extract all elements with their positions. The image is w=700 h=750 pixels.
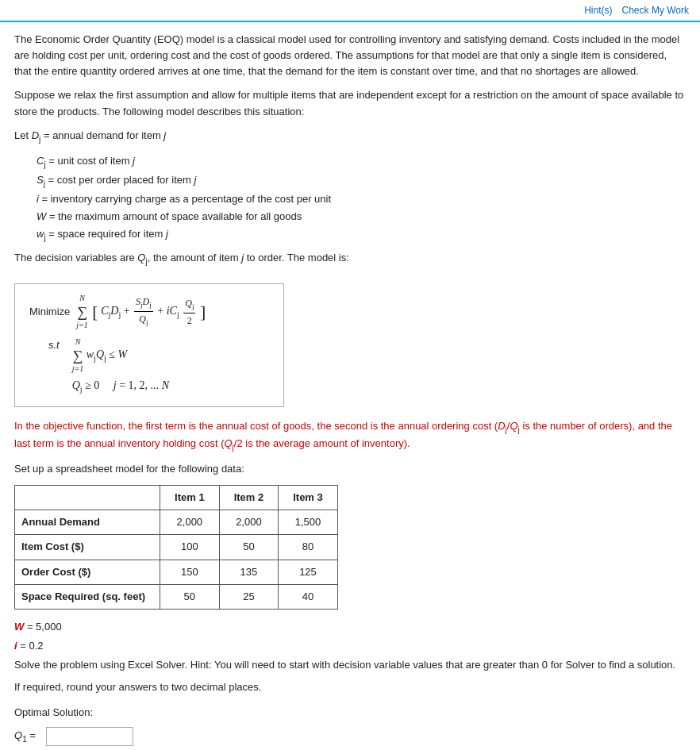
space-item2: 25: [219, 584, 279, 609]
let-dj-line: Let Dj = annual demand for item j: [14, 128, 686, 145]
table-header-row: Item 1 Item 2 Item 3: [15, 486, 338, 510]
order-cost-item2: 135: [219, 560, 279, 584]
row-label-order-cost: Order Cost ($): [15, 560, 160, 584]
annual-demand-item2: 2,000: [219, 510, 279, 535]
solve-text: Solve the problem using Excel Solver. Hi…: [14, 657, 686, 673]
optimal-section: Optimal Solution: Q1 = Q2 = Q3 =: [14, 705, 686, 750]
red-explanation: In the objective function, the first ter…: [14, 418, 686, 453]
objective-formula: N ∑ j=1 [ CjDj + SjDj Qj + iCj Qj 2: [76, 292, 206, 331]
table-row: Order Cost ($) 150 135 125: [15, 560, 338, 584]
decision-vars-text: The decision variables are Qj, the amoun…: [14, 250, 686, 267]
w-def: W = the maximum amount of space availabl…: [37, 209, 686, 225]
i-param: i = 0.2: [14, 638, 686, 654]
q1-input[interactable]: [46, 727, 133, 746]
q1-row: Q1 =: [14, 727, 686, 746]
item-cost-item3: 80: [279, 535, 338, 560]
constraints-section: s.t N ∑ j=1 wjQj ≤ W Qj ≥ 0: [48, 336, 269, 398]
annual-demand-item1: 2,000: [160, 510, 220, 535]
definitions-list: Cj = unit cost of item j Sj = cost per o…: [37, 153, 686, 244]
col-header-item1: Item 1: [160, 486, 220, 510]
check-work-link-top[interactable]: Check My Work: [622, 5, 689, 16]
col-header-item3: Item 3: [279, 486, 338, 510]
table-row: Annual Demand 2,000 2,000 1,500: [15, 510, 338, 535]
w-param: W = 5,000: [14, 619, 686, 635]
row-label-item-cost: Item Cost ($): [15, 535, 160, 560]
main-content: The Economic Order Quantity (EOQ) model …: [0, 22, 700, 750]
item-cost-item2: 50: [219, 535, 279, 560]
hint-text: Hint: You will need to start with decisi…: [190, 659, 675, 671]
intro-paragraph-1: The Economic Order Quantity (EOQ) model …: [14, 32, 686, 79]
space-item1: 50: [160, 584, 220, 609]
data-table: Item 1 Item 2 Item 3 Annual Demand 2,000…: [14, 485, 338, 610]
col-header-item2: Item 2: [219, 486, 279, 510]
cj-def: Cj = unit cost of item j: [37, 153, 686, 171]
model-box: Minimize N ∑ j=1 [ CjDj + SjDj Qj + iCj: [14, 283, 284, 406]
top-bar: Hint(s) Check My Work: [0, 0, 700, 22]
setup-text: Set up a spreadsheet model for the follo…: [14, 461, 686, 477]
col-header-blank: [15, 486, 160, 510]
let-text: Let Dj = annual demand for item j: [14, 129, 166, 141]
i-def: i = inventory carrying charge as a perce…: [37, 191, 686, 207]
row-label-space: Space Required (sq. feet): [15, 584, 160, 609]
space-item3: 40: [279, 584, 338, 609]
round-note: If required, round your answers to two d…: [14, 679, 686, 695]
item-cost-item1: 100: [160, 535, 220, 560]
constraint-2: Qj ≥ 0 j = 1, 2, ... N: [72, 377, 169, 395]
hints-link-top[interactable]: Hint(s): [584, 5, 612, 16]
sj-def: Sj = cost per order placed for item j: [37, 172, 686, 190]
table-row: Item Cost ($) 100 50 80: [15, 535, 338, 560]
order-cost-item3: 125: [279, 560, 338, 584]
constraint-1: N ∑ j=1 wjQj ≤ W: [72, 336, 169, 375]
annual-demand-item3: 1,500: [279, 510, 338, 535]
order-cost-item1: 150: [160, 560, 220, 584]
row-label-annual-demand: Annual Demand: [15, 510, 160, 535]
table-row: Space Required (sq. feet) 50 25 40: [15, 584, 338, 609]
q1-label: Q1 =: [14, 728, 46, 745]
intro-paragraph-2: Suppose we relax the first assumption an…: [14, 87, 686, 119]
optimal-label: Optimal Solution:: [14, 705, 686, 721]
wj-def: wj = space required for item j: [37, 226, 686, 244]
minimize-line: Minimize N ∑ j=1 [ CjDj + SjDj Qj + iCj: [29, 292, 269, 331]
minimize-label: Minimize: [29, 304, 70, 320]
